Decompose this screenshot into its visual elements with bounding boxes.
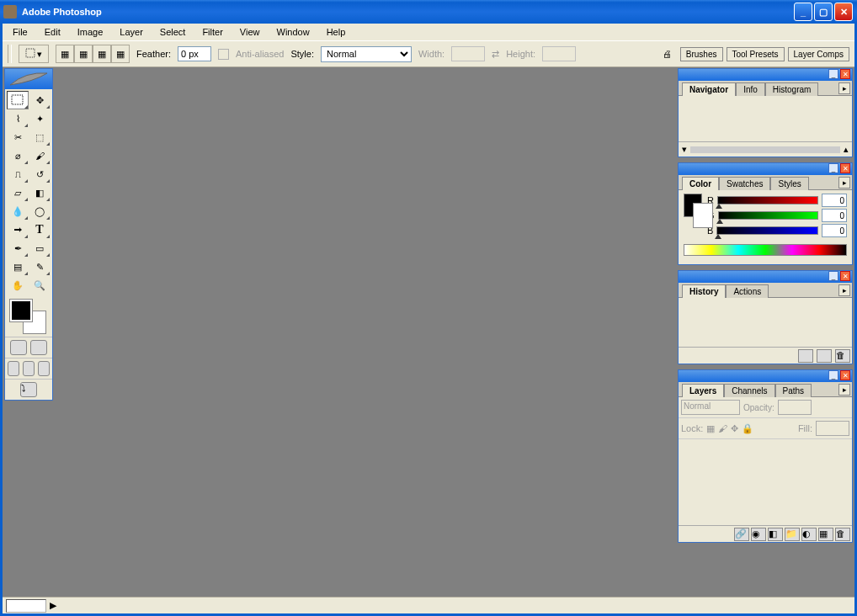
subtract-selection-icon[interactable]: ▦	[93, 45, 111, 63]
screen-standard[interactable]	[8, 361, 19, 376]
new-snapshot[interactable]	[817, 349, 832, 363]
tool-eyedropper[interactable]: ✎	[29, 258, 51, 276]
foreground-color[interactable]	[10, 300, 32, 321]
tool-eraser[interactable]: ▱	[7, 183, 29, 202]
tab-histogram[interactable]: Histogram	[765, 82, 819, 96]
tab-styles[interactable]: Styles	[770, 177, 808, 190]
panel-menu[interactable]: ▸	[838, 177, 850, 189]
panel-minimize[interactable]: _	[828, 370, 838, 380]
layer-style[interactable]: ◉	[751, 528, 766, 541]
standard-mode[interactable]	[10, 340, 27, 355]
feather-input[interactable]	[178, 46, 211, 61]
tool-move[interactable]: ✥	[29, 91, 51, 109]
panel-minimize[interactable]: _	[828, 163, 838, 173]
menu-image[interactable]: Image	[71, 25, 110, 39]
tool-gradient[interactable]: ◧	[29, 183, 51, 202]
panel-close[interactable]: ✕	[840, 370, 850, 380]
b-slider[interactable]	[716, 226, 818, 235]
panel-close[interactable]: ✕	[840, 163, 850, 173]
tool-brush[interactable]: 🖌	[29, 146, 51, 165]
tool-crop[interactable]: ✂	[7, 128, 29, 146]
tool-pen[interactable]: ✒	[7, 239, 29, 258]
panel-close[interactable]: ✕	[840, 69, 850, 79]
jump-to-imageready[interactable]: ⤵	[20, 382, 37, 397]
panel-menu[interactable]: ▸	[838, 384, 850, 396]
menu-window[interactable]: Window	[270, 25, 317, 39]
link-layers[interactable]: 🔗	[734, 528, 749, 541]
adjustment-layer[interactable]: ◐	[801, 528, 817, 541]
g-slider[interactable]	[718, 211, 818, 220]
tool-blur[interactable]: 💧	[7, 202, 29, 220]
tool-path-select[interactable]: ⮕	[7, 220, 29, 239]
tab-channels[interactable]: Channels	[724, 384, 774, 397]
tab-color[interactable]: Color	[682, 177, 719, 190]
tab-actions[interactable]: Actions	[726, 284, 769, 298]
zoom-field[interactable]	[6, 599, 46, 613]
tool-marquee[interactable]	[7, 91, 29, 109]
tab-info[interactable]: Info	[736, 82, 765, 96]
menu-view[interactable]: View	[233, 25, 267, 39]
tool-dodge[interactable]: ◯	[29, 202, 51, 220]
tab-layers[interactable]: Layers	[682, 384, 724, 397]
panel-minimize[interactable]: _	[828, 271, 838, 281]
panel-close[interactable]: ✕	[840, 271, 850, 281]
panel-minimize[interactable]: _	[828, 69, 838, 79]
tool-slice[interactable]: ⬚	[29, 128, 51, 146]
new-set[interactable]: 📁	[785, 528, 800, 541]
new-layer[interactable]: ▦	[818, 528, 833, 541]
add-selection-icon[interactable]: ▦	[74, 45, 93, 63]
tool-history-brush[interactable]: ↺	[29, 165, 51, 183]
tool-stamp[interactable]: ⎍	[7, 165, 29, 183]
intersect-selection-icon[interactable]: ▦	[111, 45, 130, 63]
menu-filter[interactable]: Filter	[195, 25, 229, 39]
well-tool-presets[interactable]: Tool Presets	[727, 47, 785, 61]
tab-swatches[interactable]: Swatches	[719, 177, 770, 190]
color-ramp[interactable]	[684, 244, 847, 256]
tool-notes[interactable]: ▤	[7, 258, 29, 276]
menu-layer[interactable]: Layer	[113, 25, 150, 39]
status-menu-icon[interactable]: ▶	[50, 600, 56, 611]
tool-wand[interactable]: ✦	[29, 109, 51, 128]
r-slider[interactable]	[717, 196, 818, 204]
menu-edit[interactable]: Edit	[38, 25, 67, 39]
panel-menu[interactable]: ▸	[838, 82, 850, 94]
delete-layer[interactable]: 🗑	[835, 528, 850, 541]
tab-navigator[interactable]: Navigator	[682, 82, 736, 96]
toolbox-header[interactable]	[5, 69, 52, 89]
close-button[interactable]: ✕	[834, 3, 853, 21]
tool-lasso[interactable]: ⌇	[7, 109, 29, 128]
r-value[interactable]	[822, 194, 847, 207]
options-grip[interactable]	[8, 45, 12, 63]
well-brushes[interactable]: Brushes	[680, 47, 723, 61]
g-value[interactable]	[822, 209, 847, 222]
b-value[interactable]	[822, 224, 847, 237]
tool-preset-picker[interactable]: ▾	[19, 45, 49, 63]
tool-heal[interactable]: ⌀	[7, 146, 29, 165]
quickmask-mode[interactable]	[30, 340, 47, 355]
layer-mask[interactable]: ◧	[768, 528, 783, 541]
menu-select[interactable]: Select	[153, 25, 193, 39]
new-doc-from-state[interactable]	[798, 349, 813, 363]
screen-full-menu[interactable]	[23, 361, 35, 376]
delete-state[interactable]: 🗑	[835, 349, 850, 363]
style-select[interactable]: Normal	[321, 46, 412, 62]
well-layer-comps[interactable]: Layer Comps	[788, 47, 849, 61]
panel-menu[interactable]: ▸	[838, 284, 850, 296]
tool-shape[interactable]: ▭	[29, 239, 51, 258]
tool-zoom[interactable]: 🔍	[29, 276, 51, 295]
file-browser-icon[interactable]: 🖨	[658, 45, 677, 63]
zoom-out-icon[interactable]: ▾	[682, 144, 687, 155]
color-fg-bg[interactable]	[684, 194, 702, 217]
tool-hand[interactable]: ✋	[7, 276, 29, 295]
tab-paths[interactable]: Paths	[775, 384, 812, 397]
screen-full[interactable]	[38, 361, 50, 376]
menu-file[interactable]: File	[6, 25, 35, 39]
new-selection-icon[interactable]: ▦	[56, 45, 74, 63]
tab-history[interactable]: History	[682, 284, 726, 298]
zoom-in-icon[interactable]: ▴	[844, 144, 849, 155]
zoom-slider[interactable]	[690, 146, 840, 153]
maximize-button[interactable]: ▢	[814, 3, 833, 21]
tool-type[interactable]: T	[29, 220, 51, 239]
menu-help[interactable]: Help	[320, 25, 353, 39]
minimize-button[interactable]: _	[794, 3, 812, 21]
